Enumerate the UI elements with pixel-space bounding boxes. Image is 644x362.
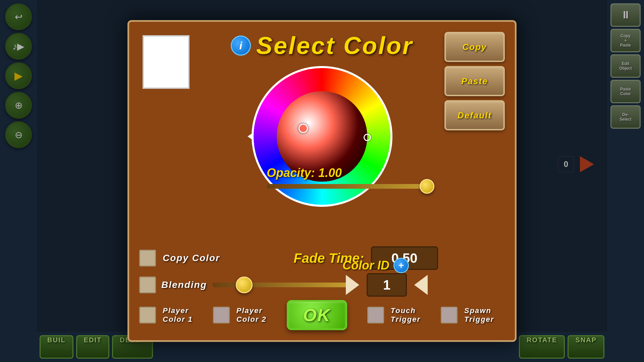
copy-color-checkbox[interactable] (139, 250, 156, 266)
info-icon: i (231, 36, 251, 56)
copy-button[interactable]: Copy (444, 32, 505, 62)
right-arrow-icon (414, 275, 428, 295)
copy-color-row: Copy Color Fade Time: 0.50 (139, 246, 505, 270)
opacity-slider[interactable] (267, 184, 434, 189)
color-id-label: Color ID (342, 258, 389, 273)
opacity-label: Opacity: 1.00 (267, 166, 434, 180)
modal-right-panel: Copy Paste Default (444, 32, 505, 130)
blending-label: Blending (161, 280, 207, 290)
modal-title: Select Color (256, 32, 413, 59)
color-id-controls: 1 (342, 273, 431, 297)
color-id-value: 1 (367, 273, 407, 297)
touch-trigger-checkbox[interactable] (367, 307, 384, 323)
paste-button[interactable]: Paste (444, 66, 505, 96)
spawn-trigger-checkbox[interactable] (441, 307, 458, 323)
ring-color-selector[interactable] (364, 134, 371, 141)
color-id-header: Color ID + (342, 258, 431, 273)
player-color-2-label: PlayerColor 2 (236, 306, 267, 324)
color-id-next-button[interactable] (411, 273, 431, 297)
color-id-prev-button[interactable] (342, 273, 363, 297)
opacity-section: Opacity: 1.00 (267, 166, 434, 189)
modal-overlay: i Select Color Copy Paste Default (0, 0, 644, 362)
inner-color-selector[interactable] (299, 124, 308, 133)
checkbox-row: PlayerColor 1 PlayerColor 2 OK TouchTrig… (139, 300, 505, 330)
left-arrow-icon (346, 275, 359, 295)
left-indicator (248, 132, 254, 140)
player-color-2-checkbox[interactable] (213, 307, 230, 323)
blending-row: Blending Color ID + 1 (139, 277, 505, 293)
color-id-add-button[interactable]: + (393, 258, 409, 273)
blending-checkbox[interactable] (139, 277, 156, 293)
blending-slider-thumb[interactable] (236, 277, 253, 293)
player-color-1-checkbox[interactable] (139, 307, 156, 323)
player-color-1-label: PlayerColor 1 (163, 306, 193, 324)
bottom-controls: Copy Color Fade Time: 0.50 Blending Colo… (139, 246, 505, 330)
touch-trigger-label: TouchTrigger (391, 306, 421, 324)
color-picker-modal: i Select Color Copy Paste Default (127, 20, 517, 342)
spawn-trigger-label: SpawnTrigger (464, 306, 494, 324)
copy-color-label: Copy Color (163, 253, 220, 263)
color-id-section: Color ID + 1 (342, 258, 431, 297)
blending-slider[interactable] (212, 283, 353, 287)
default-button[interactable]: Default (444, 100, 505, 130)
ok-button[interactable]: OK (287, 300, 347, 330)
opacity-slider-thumb[interactable] (420, 179, 434, 194)
